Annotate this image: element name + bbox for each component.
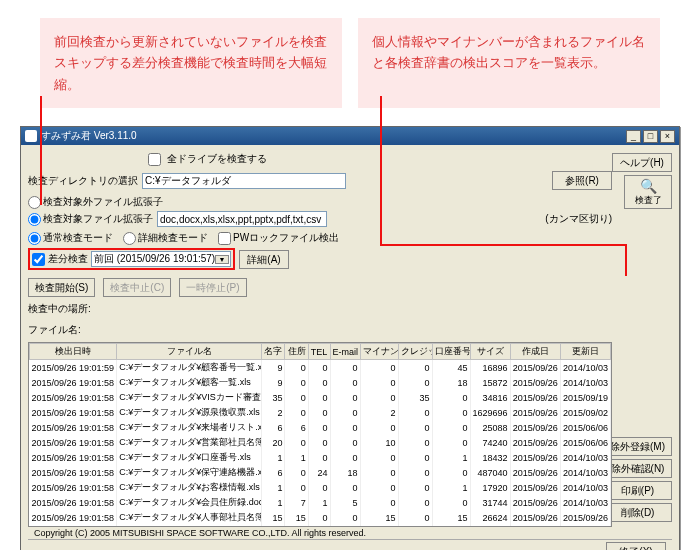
cell: C:¥データフォルダ¥口座番号.xls bbox=[117, 450, 262, 465]
cell: 2014/10/03 bbox=[560, 360, 610, 376]
cell: 18 bbox=[330, 465, 360, 480]
cell: 2015/09/26 19:01:58 bbox=[30, 495, 117, 510]
results-table-wrap: 検出日時ファイル名名字住所TELE-mailマイナンバークレジット口座番号サイズ… bbox=[28, 342, 612, 527]
table-row[interactable]: 2015/09/26 19:01:58C:¥データフォルダ¥来場者リスト.xls… bbox=[30, 420, 611, 435]
col-header[interactable]: ファイル名 bbox=[117, 344, 262, 360]
table-row[interactable]: 2015/09/26 19:01:58C:¥データフォルダ¥保守連絡機器.xls… bbox=[30, 465, 611, 480]
help-button[interactable]: ヘルプ(H) bbox=[612, 153, 672, 172]
table-row[interactable]: 2015/09/26 19:01:58C:¥データフォルダ¥お客様情報.xls1… bbox=[30, 480, 611, 495]
delete-button[interactable]: 削除(D) bbox=[603, 503, 672, 522]
ext-include-radio[interactable] bbox=[28, 213, 41, 226]
cell: 0 bbox=[308, 480, 330, 495]
table-row[interactable]: 2015/09/26 19:01:58C:¥データフォルダ¥顧客一覧.xls90… bbox=[30, 375, 611, 390]
cell: 0 bbox=[398, 495, 432, 510]
callout-right: 個人情報やマイナンバーが含まれるファイル名と各検査辞書の検出スコアを一覧表示。 bbox=[358, 18, 660, 108]
callout-left: 前回検査から更新されていないファイルを検査スキップする差分検査機能で検査時間を大… bbox=[40, 18, 342, 108]
cell: 2015/09/26 bbox=[510, 375, 560, 390]
cell: 0 bbox=[308, 390, 330, 405]
col-header[interactable]: 口座番号 bbox=[432, 344, 470, 360]
exclude-confirm-button[interactable]: 除外確認(N) bbox=[603, 459, 672, 478]
cell: 0 bbox=[398, 480, 432, 495]
cell: 0 bbox=[285, 405, 308, 420]
cell: 0 bbox=[432, 465, 470, 480]
col-header[interactable]: 住所 bbox=[285, 344, 308, 360]
cell: 0 bbox=[360, 450, 398, 465]
exclude-register-button[interactable]: 除外登録(M) bbox=[603, 437, 672, 456]
cell: C:¥データフォルダ¥人事部社員名簿.xls bbox=[117, 510, 262, 525]
table-row[interactable]: 2015/09/26 19:01:58C:¥データフォルダ¥人事部社員名簿.xl… bbox=[30, 510, 611, 525]
cell: 0 bbox=[308, 510, 330, 525]
cell: 2015/09/26 bbox=[510, 525, 560, 527]
exit-button[interactable]: 終了(X) bbox=[606, 542, 666, 550]
cell: 34816 bbox=[470, 390, 510, 405]
cell: 0 bbox=[308, 375, 330, 390]
cell: 0 bbox=[398, 510, 432, 525]
cell: 2015/06/06 bbox=[560, 435, 610, 450]
cell: 2014/10/03 bbox=[560, 480, 610, 495]
pw-lock-checkbox[interactable] bbox=[218, 232, 231, 245]
cell: 2015/09/26 bbox=[560, 510, 610, 525]
cell: 0 bbox=[398, 405, 432, 420]
cell: 0 bbox=[360, 375, 398, 390]
pause-button[interactable]: 一時停止(P) bbox=[179, 278, 246, 297]
col-header[interactable]: サイズ bbox=[470, 344, 510, 360]
cell: 0 bbox=[398, 465, 432, 480]
cell: C:¥データフォルダ¥ユーザ一覧表.xls bbox=[117, 525, 262, 527]
stop-button[interactable]: 検査中止(C) bbox=[103, 278, 171, 297]
cell: 0 bbox=[360, 420, 398, 435]
col-header[interactable]: TEL bbox=[308, 344, 330, 360]
print-button[interactable]: 印刷(P) bbox=[603, 481, 672, 500]
minimize-button[interactable]: _ bbox=[626, 130, 641, 143]
cell: 9 bbox=[262, 360, 285, 376]
cell: 2015/09/26 bbox=[510, 480, 560, 495]
table-row[interactable]: 2015/09/26 19:01:58C:¥データフォルダ¥ユーザ一覧表.xls… bbox=[30, 525, 611, 527]
table-row[interactable]: 2015/09/26 19:01:58C:¥データフォルダ¥会員住所録.doc1… bbox=[30, 495, 611, 510]
table-row[interactable]: 2015/09/26 19:01:58C:¥データフォルダ¥源泉徴収票.xls2… bbox=[30, 405, 611, 420]
table-row[interactable]: 2015/09/26 19:01:58C:¥データフォルダ¥口座番号.xls11… bbox=[30, 450, 611, 465]
col-header[interactable]: 作成日 bbox=[510, 344, 560, 360]
cell: 0 bbox=[360, 495, 398, 510]
cell: 0 bbox=[308, 435, 330, 450]
ext-exclude-radio[interactable] bbox=[28, 196, 41, 209]
cell: 2015/09/26 19:01:58 bbox=[30, 390, 117, 405]
mode-normal-radio[interactable] bbox=[28, 232, 41, 245]
start-button[interactable]: 検査開始(S) bbox=[28, 278, 95, 297]
table-row[interactable]: 2015/09/26 19:01:58C:¥データフォルダ¥VISカード審査表.… bbox=[30, 390, 611, 405]
col-header[interactable]: 名字 bbox=[262, 344, 285, 360]
diff-date-dropdown[interactable]: 前回 (2015/09/26 19:01:57) bbox=[91, 251, 231, 267]
col-header[interactable]: マイナンバー bbox=[360, 344, 398, 360]
cell: 2015/09/19 bbox=[560, 390, 610, 405]
cell: 1 bbox=[432, 450, 470, 465]
dir-input[interactable] bbox=[142, 173, 346, 189]
results-table[interactable]: 検出日時ファイル名名字住所TELE-mailマイナンバークレジット口座番号サイズ… bbox=[29, 343, 611, 527]
app-icon bbox=[25, 130, 37, 142]
filename-label: ファイル名: bbox=[28, 323, 81, 337]
col-header[interactable]: クレジット bbox=[398, 344, 432, 360]
cell: 2015/09/26 bbox=[510, 495, 560, 510]
cell: 0 bbox=[330, 360, 360, 376]
cell: 2015/09/26 19:01:58 bbox=[30, 420, 117, 435]
col-header[interactable]: E-mail bbox=[330, 344, 360, 360]
cell: 2015/09/26 19:01:58 bbox=[30, 405, 117, 420]
cell: 9 bbox=[262, 375, 285, 390]
ext-input[interactable] bbox=[157, 211, 327, 227]
diff-search-checkbox[interactable] bbox=[32, 253, 45, 266]
run-search-button[interactable]: 🔍 検査了 bbox=[624, 175, 672, 209]
cell: 15 bbox=[432, 510, 470, 525]
detail-button[interactable]: 詳細(A) bbox=[239, 250, 289, 269]
mode-detail-radio[interactable] bbox=[123, 232, 136, 245]
col-header[interactable]: 更新日 bbox=[560, 344, 610, 360]
check-all-drives-label: 全ドライブを検査する bbox=[167, 152, 267, 166]
check-all-drives-checkbox[interactable] bbox=[148, 153, 161, 166]
browse-button[interactable]: 参照(R) bbox=[552, 171, 612, 190]
table-row[interactable]: 2015/09/26 19:01:58C:¥データフォルダ¥営業部社員名簿.xl… bbox=[30, 435, 611, 450]
maximize-button[interactable]: □ bbox=[643, 130, 658, 143]
table-row[interactable]: 2015/09/26 19:01:59C:¥データフォルダ¥顧客番号一覧.xls… bbox=[30, 360, 611, 376]
cell: 2015/09/26 bbox=[510, 390, 560, 405]
col-header[interactable]: 検出日時 bbox=[30, 344, 117, 360]
cell: C:¥データフォルダ¥顧客番号一覧.xls bbox=[117, 360, 262, 376]
cell: 2 bbox=[262, 405, 285, 420]
cell: 2015/09/26 bbox=[510, 465, 560, 480]
close-button[interactable]: × bbox=[660, 130, 675, 143]
cell: 0 bbox=[432, 525, 470, 527]
